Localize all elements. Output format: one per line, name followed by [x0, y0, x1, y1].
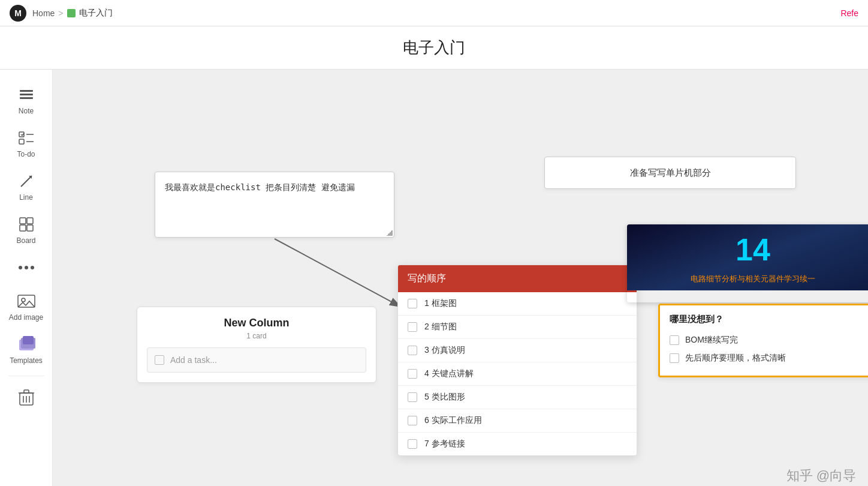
sidebar-todo-label: To-do	[17, 150, 35, 158]
sidebar-item-templates[interactable]: Templates	[5, 329, 47, 370]
page-title-bar: 电子入门	[0, 26, 868, 70]
checklist-item-4[interactable]: 4 关键点讲解	[398, 362, 637, 386]
todo-icon	[16, 127, 37, 149]
note-card[interactable]: 我最喜欢就是checklist 把条目列清楚 避免遗漏	[155, 172, 394, 238]
checklist-item-2[interactable]: 2 细节图	[398, 316, 637, 339]
add-image-icon	[16, 290, 37, 312]
checklist-label-1: 1 框架图	[424, 298, 457, 309]
thought-item-2[interactable]: 先后顺序要理顺，格式清晰	[670, 349, 868, 367]
breadcrumb-page-name: 电子入门	[79, 8, 113, 19]
checklist-panel: 写的顺序 1 框架图 2 细节图 3 仿真说明 4 关键点讲解 5 类比图形	[397, 265, 637, 456]
sidebar-item-trash[interactable]	[5, 382, 47, 413]
templates-icon	[16, 334, 37, 355]
image-preview[interactable]: 14 电路细节分析与相关元器件学习续一	[627, 224, 868, 302]
watermark: 知乎 @向导	[786, 467, 856, 485]
topbar: M Home > 电子入门 Refe	[0, 0, 868, 26]
task-placeholder: Add a task...	[170, 355, 217, 365]
svg-point-15	[19, 266, 22, 269]
sidebar-note-label: Note	[19, 107, 34, 115]
svg-rect-1	[20, 94, 33, 95]
thought-card: 哪里没想到？ BOM继续写完 先后顺序要理顺，格式清晰	[658, 304, 868, 377]
checklist-cb-3[interactable]	[408, 346, 417, 355]
svg-rect-6	[19, 139, 24, 144]
svg-rect-11	[20, 218, 26, 224]
sidebar-item-add-image[interactable]: Add image	[5, 286, 47, 326]
image-preview-number: 14	[736, 232, 770, 268]
board-column: New Column 1 card Add a task...	[137, 307, 376, 383]
checklist-cb-6[interactable]	[408, 416, 417, 425]
page-title: 电子入门	[403, 38, 465, 56]
svg-rect-2	[20, 97, 33, 99]
checklist-cb-7[interactable]	[408, 439, 417, 449]
board-column-title: New Column	[147, 317, 366, 329]
thought-item-1[interactable]: BOM继续写完	[670, 331, 868, 349]
thought-card-title: 哪里没想到？	[670, 314, 868, 325]
sidebar-item-board[interactable]: Board	[5, 209, 47, 250]
note-card-text[interactable]: 我最喜欢就是checklist 把条目列清楚 避免遗漏	[165, 181, 384, 221]
checklist-header: 写的顺序	[398, 265, 637, 292]
checklist-item-5[interactable]: 5 类比图形	[398, 386, 637, 409]
thought-label-1: BOM继续写完	[685, 335, 738, 346]
sidebar-templates-label: Templates	[10, 356, 43, 365]
task-checkbox[interactable]	[155, 355, 164, 365]
sidebar: Note To-do Lin	[0, 70, 53, 486]
svg-rect-12	[27, 218, 33, 224]
main-layout: Note To-do Lin	[0, 70, 868, 486]
trash-icon	[16, 387, 37, 409]
sidebar-item-more[interactable]	[5, 252, 47, 283]
board-task-card[interactable]: Add a task...	[147, 347, 366, 373]
checklist-cb-1[interactable]	[408, 299, 417, 308]
svg-rect-22	[23, 336, 34, 344]
thought-cb-2[interactable]	[670, 353, 679, 363]
checklist-label-4: 4 关键点讲解	[424, 368, 474, 379]
thought-cb-1[interactable]	[670, 335, 679, 345]
thought-label-2: 先后顺序要理顺，格式清晰	[685, 353, 786, 364]
board-icon	[16, 214, 37, 235]
checklist-cb-4[interactable]	[408, 369, 417, 379]
ref-link[interactable]: Refe	[840, 8, 858, 18]
checklist-label-6: 6 实际工作应用	[424, 415, 482, 426]
note-icon	[16, 84, 37, 106]
checklist-item-3[interactable]: 3 仿真说明	[398, 339, 637, 362]
sidebar-item-note[interactable]: Note	[5, 79, 47, 120]
svg-line-30	[275, 239, 400, 307]
svg-line-9	[21, 176, 32, 187]
text-card-label: 准备写写单片机部分	[630, 167, 711, 179]
note-resize-handle[interactable]	[387, 230, 393, 236]
checklist-label-7: 7 参考链接	[424, 439, 465, 449]
svg-point-16	[25, 266, 28, 269]
text-card-microcontroller[interactable]: 准备写写单片机部分	[544, 157, 796, 189]
svg-rect-0	[20, 90, 33, 92]
sidebar-item-todo[interactable]: To-do	[5, 122, 47, 163]
more-icon	[16, 257, 37, 278]
checklist-label-2: 2 细节图	[424, 322, 457, 332]
breadcrumb-separator: >	[58, 8, 63, 18]
checklist-label-3: 3 仿真说明	[424, 345, 465, 356]
board-card-count: 1 card	[147, 332, 366, 340]
breadcrumb: Home > 电子入门	[32, 8, 113, 19]
breadcrumb-home[interactable]: Home	[32, 8, 55, 18]
sidebar-divider	[8, 376, 44, 376]
svg-rect-25	[24, 390, 29, 393]
checklist-item-6[interactable]: 6 实际工作应用	[398, 409, 637, 433]
checklist-cb-5[interactable]	[408, 392, 417, 402]
line-icon	[16, 170, 37, 192]
svg-point-17	[31, 266, 34, 269]
sidebar-board-label: Board	[16, 236, 35, 245]
canvas: 我最喜欢就是checklist 把条目列清楚 避免遗漏 准备写写单片机部分 Ne…	[53, 70, 868, 486]
app-logo: M	[10, 5, 26, 22]
svg-point-19	[22, 298, 25, 302]
checklist-cb-2[interactable]	[408, 322, 417, 332]
image-preview-subtitle: 电路细节分析与相关元器件学习续一	[691, 274, 815, 284]
sidebar-addimage-label: Add image	[9, 313, 43, 322]
svg-rect-14	[27, 225, 33, 231]
image-preview-bg: 14 电路细节分析与相关元器件学习续一	[627, 224, 868, 290]
svg-rect-18	[18, 295, 35, 307]
sidebar-line-label: Line	[19, 193, 33, 202]
sidebar-item-line[interactable]: Line	[5, 166, 47, 206]
checklist-item-7[interactable]: 7 参考链接	[398, 433, 637, 455]
svg-rect-13	[20, 225, 26, 231]
checklist-label-5: 5 类比图形	[424, 392, 465, 403]
page-icon	[67, 9, 76, 17]
checklist-item-1[interactable]: 1 框架图	[398, 292, 637, 316]
